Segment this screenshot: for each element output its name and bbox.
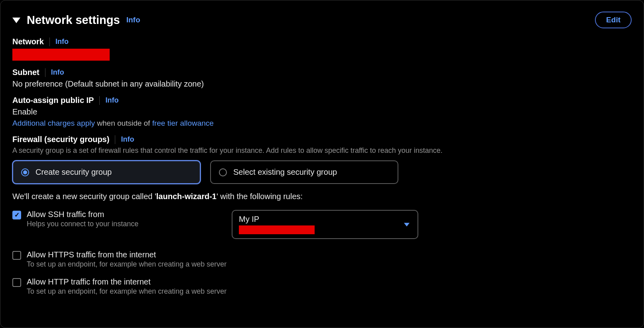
radio-icon [21,168,29,176]
allow-ssh-checkbox[interactable] [12,211,21,219]
allow-http-label: Allow HTTP traffic from the internet [27,277,632,287]
create-sg-label: Create security group [35,168,112,177]
divider [115,135,115,144]
allow-http-desc: To set up an endpoint, for example when … [27,287,632,296]
sg-note-suffix: ' with the following rules: [217,192,303,201]
network-label: Network [12,37,44,46]
public-ip-value: Enable [12,107,632,117]
firewall-label: Firewall (security groups) [12,135,109,144]
subnet-info-link[interactable]: Info [51,68,64,77]
network-field: Network Info [12,37,632,61]
create-security-group-radio[interactable]: Create security group [12,160,201,184]
public-ip-field: Auto-assign public IP Info Enable Additi… [12,96,632,128]
allow-https-checkbox[interactable] [12,251,21,260]
sg-creation-note: We'll create a new security group called… [12,192,632,201]
public-ip-note: Additional charges apply when outside of… [12,119,632,128]
allow-https-row: Allow HTTPS traffic from the internet To… [12,250,632,269]
additional-charges-link[interactable]: Additional charges apply [12,119,95,127]
subnet-field: Subnet Info No preference (Default subne… [12,68,632,89]
divider [49,38,50,46]
allow-http-row: Allow HTTP traffic from the internet To … [12,277,632,296]
allow-https-label: Allow HTTPS traffic from the internet [27,250,632,259]
allow-http-checkbox[interactable] [12,278,21,287]
allow-ssh-desc: Helps you connect to your instance [27,220,212,228]
allow-ssh-label: Allow SSH traffic from [27,210,212,219]
network-value-redacted [12,49,110,61]
panel-title: Network settings [27,14,120,27]
public-ip-info-link[interactable]: Info [105,96,118,105]
radio-icon [219,168,227,176]
ssh-source-value: My IP [239,215,411,224]
charges-mid-text: when outside of [95,119,152,127]
sg-note-prefix: We'll create a new security group called… [12,192,156,201]
edit-button[interactable]: Edit [595,12,632,28]
firewall-desc: A security group is a set of firewall ru… [12,146,632,155]
allow-ssh-row: Allow SSH traffic from Helps you connect… [12,210,632,239]
firewall-info-link[interactable]: Info [121,135,134,144]
free-tier-link[interactable]: free tier allowance [152,119,214,127]
divider [45,68,45,77]
panel-header: Network settings Info Edit [12,12,632,28]
select-sg-label: Select existing security group [233,168,337,177]
firewall-field: Firewall (security groups) Info A securi… [12,135,632,296]
sg-note-name: launch-wizard-1 [156,192,217,201]
subnet-label: Subnet [12,68,39,77]
collapse-caret-icon[interactable] [12,18,20,23]
panel-title-wrap: Network settings Info [12,14,140,27]
allow-https-desc: To set up an endpoint, for example when … [27,260,632,269]
divider [99,96,100,105]
network-info-link[interactable]: Info [55,38,69,46]
ssh-source-select[interactable]: My IP [232,210,418,239]
subnet-value: No preference (Default subnet in any ava… [12,79,632,89]
chevron-down-icon [404,223,410,226]
network-settings-panel: Network settings Info Edit Network Info … [0,0,644,328]
panel-info-link[interactable]: Info [126,16,140,24]
ssh-source-ip-redacted [239,225,315,234]
public-ip-label: Auto-assign public IP [12,96,94,105]
select-existing-security-group-radio[interactable]: Select existing security group [210,160,398,184]
firewall-radio-group: Create security group Select existing se… [12,160,632,184]
